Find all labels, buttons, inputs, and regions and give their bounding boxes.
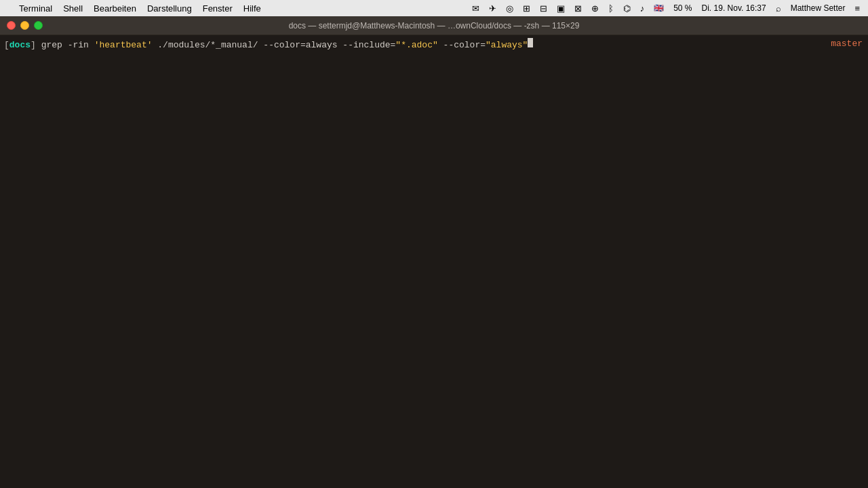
- monitor-icon[interactable]: ▣: [554, 3, 568, 14]
- command-include: "*.adoc": [395, 39, 437, 52]
- prompt-space: [36, 39, 41, 52]
- menu-item-fenster[interactable]: Fenster: [197, 0, 238, 16]
- terminal-command-line: [docs] grep -rin 'heartbeat' ./modules/*…: [4, 38, 864, 52]
- menu-item-bearbeiten[interactable]: Bearbeiten: [88, 0, 142, 16]
- prompt-bracket-close: ]: [31, 39, 36, 52]
- list-icon[interactable]: ≡: [852, 3, 863, 14]
- menu-item-hilfe[interactable]: Hilfe: [238, 0, 267, 16]
- command-always: "always": [486, 39, 528, 52]
- menu-item-darstellung[interactable]: Darstellung: [142, 0, 197, 16]
- titlebar-text: docs — settermjd@Matthews-Macintosh — …o…: [289, 21, 580, 30]
- mail-icon[interactable]: ✉: [469, 3, 482, 14]
- user-display: Matthew Setter: [788, 3, 848, 13]
- datetime-display: Di. 19. Nov. 16:37: [699, 3, 769, 13]
- command-color2: --color=: [438, 39, 486, 52]
- grid-icon[interactable]: ⊟: [537, 3, 550, 14]
- command-search-term: 'heartbeat': [94, 39, 153, 52]
- cursor: [528, 38, 533, 47]
- prompt-directory: docs: [9, 39, 31, 52]
- menu-item-shell[interactable]: Shell: [58, 0, 88, 16]
- activity-icon[interactable]: ⊠: [572, 3, 585, 14]
- minimize-button[interactable]: [20, 21, 29, 30]
- close-button[interactable]: [7, 21, 16, 30]
- terminal-window[interactable]: [docs] grep -rin 'heartbeat' ./modules/*…: [0, 35, 868, 488]
- bluetooth-icon[interactable]: ᛒ: [606, 3, 616, 14]
- battery-indicator[interactable]: 50 %: [671, 3, 694, 13]
- timemachine-icon[interactable]: ⊕: [589, 3, 601, 14]
- menu-right: ✉ ✈ ◎ ⊞ ⊟ ▣ ⊠ ⊕ ᛒ ⌬ ♪ 🇬🇧 50 % Di. 19. No…: [469, 3, 863, 14]
- maximize-button[interactable]: [34, 21, 43, 30]
- wifi-icon[interactable]: ⌬: [620, 3, 633, 14]
- app-icon-2[interactable]: ⊞: [520, 3, 533, 14]
- battery-percent: 50 %: [673, 3, 692, 13]
- volume-icon[interactable]: ♪: [637, 3, 648, 14]
- app-icon-1[interactable]: ◎: [503, 3, 516, 14]
- prompt-bracket-open: [: [4, 39, 9, 52]
- airmail-icon[interactable]: ✈: [486, 3, 499, 14]
- language-icon[interactable]: 🇬🇧: [651, 3, 667, 13]
- menubar: Terminal Shell Bearbeiten Darstellung Fe…: [0, 0, 868, 16]
- traffic-lights: [7, 21, 43, 30]
- git-branch-indicator: master: [831, 38, 863, 50]
- search-icon[interactable]: ⌕: [773, 3, 784, 14]
- menu-item-terminal[interactable]: Terminal: [14, 0, 58, 16]
- titlebar: docs — settermjd@Matthews-Macintosh — …o…: [0, 16, 868, 35]
- command-grep: grep -rin: [41, 39, 94, 52]
- command-path: ./modules/*_manual/ --color=always --inc…: [153, 39, 396, 52]
